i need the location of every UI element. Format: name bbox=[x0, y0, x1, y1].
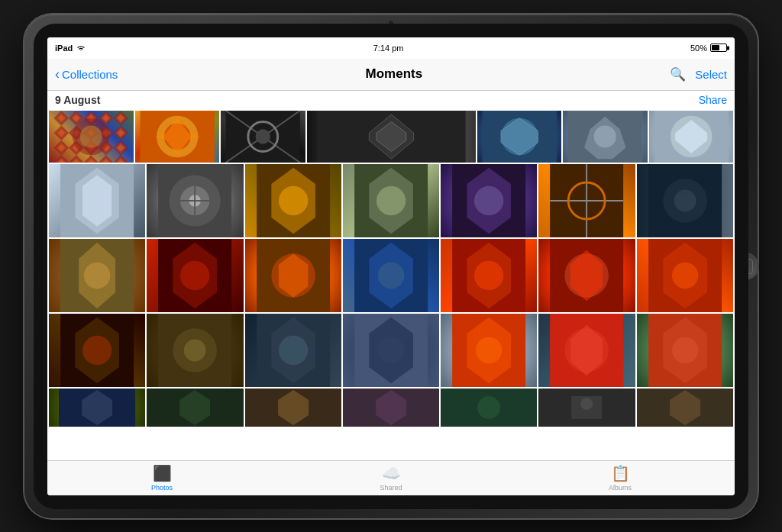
photo-cell[interactable] bbox=[49, 111, 134, 163]
photo-cell[interactable] bbox=[538, 239, 635, 312]
photo-cell[interactable] bbox=[49, 389, 145, 427]
photo-cell[interactable] bbox=[49, 314, 145, 387]
photo-cell[interactable] bbox=[637, 239, 733, 312]
wifi-icon bbox=[76, 44, 86, 52]
photo-cell[interactable] bbox=[147, 164, 243, 237]
photo-row-4 bbox=[49, 314, 733, 387]
photo-row-5 bbox=[49, 389, 733, 427]
status-bar: iPad 7:14 pm 50% bbox=[47, 37, 735, 59]
battery-fill bbox=[712, 45, 719, 50]
photo-grid bbox=[47, 109, 735, 428]
photo-cell[interactable] bbox=[538, 389, 635, 427]
photo-cell[interactable] bbox=[147, 314, 243, 387]
back-label: Collections bbox=[62, 68, 118, 81]
search-icon[interactable]: 🔍 bbox=[670, 66, 686, 82]
svg-point-78 bbox=[184, 339, 206, 361]
photo-cell[interactable] bbox=[441, 314, 537, 387]
device: iPad 7:14 pm 50% bbox=[24, 15, 758, 518]
photo-cell[interactable] bbox=[245, 239, 341, 312]
screen: iPad 7:14 pm 50% bbox=[47, 37, 735, 495]
svg-point-84 bbox=[378, 337, 405, 363]
photo-cell[interactable] bbox=[563, 111, 648, 163]
photo-row-1 bbox=[49, 111, 733, 163]
svg-point-54 bbox=[84, 262, 111, 289]
photo-cell[interactable] bbox=[649, 111, 734, 163]
photo-cell[interactable] bbox=[343, 239, 439, 312]
svg-point-57 bbox=[180, 260, 209, 289]
photo-cell[interactable] bbox=[343, 314, 439, 387]
back-chevron-icon: ‹ bbox=[55, 67, 60, 81]
tab-albums[interactable]: 📋 Albums bbox=[506, 461, 735, 495]
tab-shared-label: Shared bbox=[380, 484, 402, 492]
svg-point-44 bbox=[474, 185, 503, 214]
tab-shared[interactable]: ☁️ Shared bbox=[276, 461, 506, 495]
photo-cell[interactable] bbox=[147, 389, 243, 427]
nav-title: Moments bbox=[366, 66, 423, 82]
device-name-label: iPad bbox=[55, 44, 73, 53]
tab-albums-label: Albums bbox=[609, 484, 632, 492]
photo-grid-container bbox=[47, 109, 735, 460]
tab-photos-label: Photos bbox=[151, 484, 173, 492]
svg-point-38 bbox=[279, 185, 308, 214]
photo-cell[interactable] bbox=[637, 389, 733, 427]
shared-icon: ☁️ bbox=[382, 464, 401, 482]
battery-icon bbox=[710, 44, 727, 52]
photo-cell[interactable] bbox=[245, 389, 341, 427]
photo-cell[interactable] bbox=[49, 239, 145, 312]
back-button[interactable]: ‹ Collections bbox=[55, 67, 118, 81]
photo-cell[interactable] bbox=[147, 239, 243, 312]
svg-point-23 bbox=[594, 125, 616, 147]
svg-point-81 bbox=[279, 335, 308, 364]
photo-cell[interactable] bbox=[637, 314, 733, 387]
photo-cell[interactable] bbox=[441, 164, 537, 237]
svg-point-41 bbox=[376, 185, 406, 214]
svg-point-106 bbox=[581, 398, 593, 410]
svg-point-93 bbox=[672, 337, 699, 363]
svg-point-87 bbox=[476, 337, 502, 363]
photo-cell[interactable] bbox=[221, 111, 305, 163]
status-left: iPad bbox=[55, 44, 86, 53]
battery-percent: 50% bbox=[690, 44, 707, 53]
section-date: 9 August bbox=[55, 94, 100, 106]
tab-photos[interactable]: ⬛ Photos bbox=[47, 461, 276, 495]
photo-cell[interactable] bbox=[135, 111, 220, 163]
svg-point-63 bbox=[378, 262, 405, 289]
photo-cell[interactable] bbox=[477, 111, 562, 163]
section-header: 9 August Share bbox=[47, 91, 735, 109]
svg-point-103 bbox=[477, 396, 500, 419]
svg-point-5 bbox=[80, 125, 102, 147]
photo-cell[interactable] bbox=[441, 389, 537, 427]
svg-point-51 bbox=[674, 189, 696, 211]
share-button[interactable]: Share bbox=[699, 94, 727, 106]
svg-point-14 bbox=[256, 129, 270, 143]
device-inner: iPad 7:14 pm 50% bbox=[34, 24, 748, 509]
svg-point-75 bbox=[82, 335, 111, 364]
tab-bar: ⬛ Photos ☁️ Shared 📋 Albums bbox=[47, 460, 735, 495]
photo-row-3 bbox=[49, 239, 733, 312]
photo-row-2 bbox=[49, 164, 733, 237]
nav-bar: ‹ Collections Moments 🔍 Select bbox=[47, 59, 735, 91]
photo-cell[interactable] bbox=[637, 164, 733, 237]
photo-cell[interactable] bbox=[343, 389, 439, 427]
photo-cell[interactable] bbox=[441, 239, 537, 312]
photo-cell[interactable] bbox=[538, 314, 635, 387]
photo-cell[interactable] bbox=[245, 314, 341, 387]
nav-right: 🔍 Select bbox=[670, 66, 727, 82]
photo-cell[interactable] bbox=[49, 164, 145, 237]
svg-point-66 bbox=[474, 260, 503, 289]
select-button[interactable]: Select bbox=[695, 68, 727, 81]
device-outer: iPad 7:14 pm 50% bbox=[24, 15, 758, 518]
photo-cell[interactable] bbox=[538, 164, 635, 237]
status-time: 7:14 pm bbox=[373, 44, 404, 53]
photo-cell[interactable] bbox=[245, 164, 341, 237]
albums-icon: 📋 bbox=[611, 464, 630, 482]
status-right: 50% bbox=[690, 44, 727, 53]
svg-point-72 bbox=[672, 262, 699, 289]
photo-cell[interactable] bbox=[307, 111, 476, 163]
photo-cell[interactable] bbox=[343, 164, 439, 237]
photos-icon: ⬛ bbox=[153, 464, 172, 482]
